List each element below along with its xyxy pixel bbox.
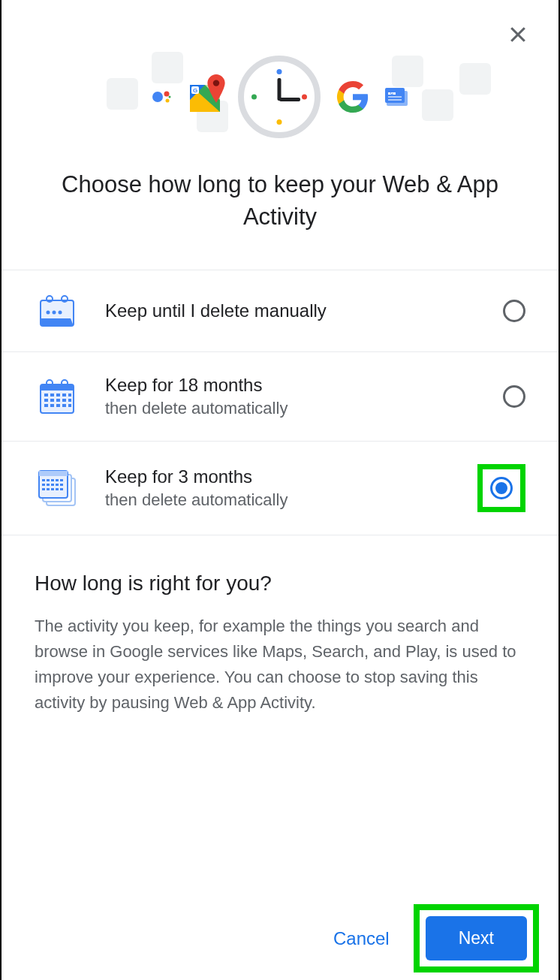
svg-rect-63 [51,488,54,490]
svg-rect-43 [50,404,54,407]
svg-rect-53 [51,479,54,481]
radio-unselected [503,300,525,322]
close-icon [507,23,529,46]
info-heading: How long is right for you? [35,571,525,596]
svg-rect-59 [56,484,59,486]
hero-illustration: G G [2,48,558,161]
svg-text:G: G [193,87,197,94]
dialog-choose-activity-retention: G G Choose how long to keep your Web & A… [0,0,560,980]
svg-rect-41 [68,399,71,402]
calendar-stack-icon [35,468,80,508]
close-button[interactable] [504,21,531,48]
svg-rect-39 [56,399,60,402]
news-icon: G [385,86,409,107]
dialog-footer: Cancel Next [0,904,560,980]
option-subtitle: then delete automatically [105,490,452,510]
svg-point-26 [53,310,56,314]
svg-rect-56 [42,484,45,486]
calendar-dots-icon [35,293,80,329]
svg-rect-29 [41,384,74,390]
option-keep-3-months[interactable]: Keep for 3 months then delete automatica… [2,442,558,535]
option-title: Keep for 18 months [105,375,477,396]
svg-rect-58 [51,484,54,486]
svg-rect-32 [44,394,48,397]
info-section: How long is right for you? The activity … [2,535,558,734]
svg-rect-65 [60,488,63,490]
svg-rect-33 [50,394,54,397]
svg-rect-46 [68,404,71,407]
option-subtitle: then delete automatically [105,399,477,418]
google-g-icon [336,80,370,114]
svg-rect-38 [50,399,54,402]
svg-rect-44 [56,404,60,407]
svg-rect-60 [60,484,63,486]
option-keep-manual[interactable]: Keep until I delete manually [2,270,558,352]
svg-rect-51 [42,479,45,481]
svg-rect-34 [56,394,60,397]
radio-unselected [503,385,525,408]
svg-rect-57 [47,484,50,486]
cancel-button[interactable]: Cancel [327,919,396,958]
tutorial-highlight [477,464,525,512]
next-button[interactable]: Next [426,916,527,960]
svg-rect-61 [42,488,45,490]
svg-rect-50 [39,471,68,476]
svg-rect-40 [62,399,66,402]
svg-rect-42 [44,404,48,407]
svg-rect-37 [44,399,48,402]
calendar-grid-icon [35,377,80,416]
svg-rect-55 [60,479,63,481]
tutorial-highlight: Next [414,904,539,972]
svg-rect-45 [62,404,66,407]
svg-point-13 [213,80,219,86]
svg-rect-36 [68,394,71,397]
option-title: Keep for 3 months [105,466,452,487]
svg-point-6 [169,96,171,98]
svg-text:G: G [390,91,393,95]
svg-rect-35 [62,394,66,397]
svg-point-3 [152,92,163,102]
maps-icon: G [187,79,223,115]
clock-icon [238,56,321,138]
option-keep-18-months[interactable]: Keep for 18 months then delete automatic… [2,352,558,442]
assistant-icon [151,86,172,107]
svg-point-5 [166,99,170,103]
svg-point-25 [47,310,50,314]
svg-point-27 [59,310,62,314]
retention-options: Keep until I delete manually Keep for 18… [2,270,558,535]
svg-rect-54 [56,479,59,481]
info-body: The activity you keep, for example the t… [35,614,525,716]
dialog-title: Choose how long to keep your Web & App A… [2,161,558,270]
svg-rect-17 [388,96,402,98]
svg-rect-52 [47,479,50,481]
svg-rect-62 [47,488,50,490]
svg-point-4 [164,92,170,97]
option-title: Keep until I delete manually [105,300,477,321]
svg-rect-18 [388,99,402,101]
radio-selected [490,477,513,499]
svg-rect-64 [56,488,59,490]
